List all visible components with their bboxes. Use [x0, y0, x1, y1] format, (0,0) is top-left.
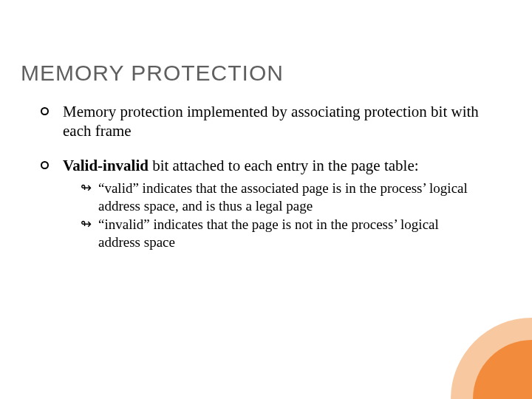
sub-bullet-text: “valid” indicates that the associated pa… [98, 180, 468, 214]
slide-content: Memory protection implemented by associa… [41, 102, 484, 266]
slide-title: MEMORY PROTECTION [21, 61, 284, 86]
bullet-item: Memory protection implemented by associa… [41, 102, 484, 141]
bullet-text: bit attached to each entry in the page t… [149, 157, 419, 174]
bullet-text: Memory protection implemented by associa… [63, 103, 479, 140]
decorative-corner-circles [451, 318, 532, 399]
bullet-item: Valid-invalid bit attached to each entry… [41, 156, 484, 251]
sub-bullet-text: “invalid” indicates that the page is not… [98, 216, 439, 250]
sub-bullet-item: “valid” indicates that the associated pa… [81, 180, 484, 215]
sub-bullet-item: “invalid” indicates that the page is not… [81, 216, 484, 251]
bullet-bold-text: Valid-invalid [63, 157, 149, 174]
